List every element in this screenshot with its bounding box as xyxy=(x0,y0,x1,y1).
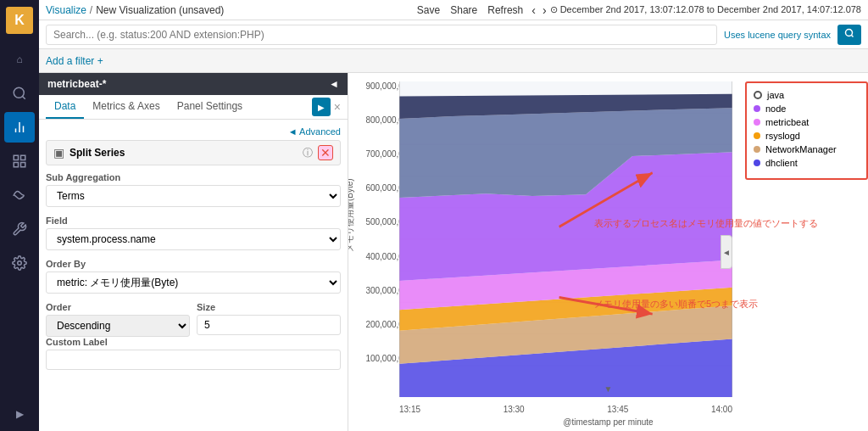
advanced-link-top[interactable]: Advanced xyxy=(46,126,341,137)
sidebar: K ⌂ ▶ xyxy=(0,0,39,431)
svg-rect-3 xyxy=(14,163,18,167)
sidebar-item-dashboard[interactable] xyxy=(4,146,35,176)
breadcrumb: Visualize / New Visualization (unsaved) xyxy=(46,4,224,16)
chart-svg xyxy=(399,81,732,397)
chart-svg-wrap xyxy=(399,81,732,397)
svg-point-0 xyxy=(14,87,24,98)
field-group: Field system.process.name xyxy=(46,216,341,250)
tab-actions: ▶ × xyxy=(312,95,341,119)
legend-dot-networkmanager xyxy=(754,146,760,153)
sidebar-item-home[interactable]: ⌂ xyxy=(4,44,35,75)
legend-item-dhclient[interactable]: dhclient xyxy=(754,158,860,168)
legend-item-networkmanager[interactable]: NetworkManager xyxy=(754,144,860,154)
legend-dot-dhclient xyxy=(754,160,760,166)
panel-content: Advanced ▣ Split Series ⓘ ✕ Sub Aggregat… xyxy=(39,120,348,376)
field-select[interactable]: system.process.name xyxy=(46,228,341,250)
order-by-group: Order By metric: メモリ使用量(Byte) xyxy=(46,259,341,294)
chart-container: ◄ 900,000,000 800,000,000 700,000,000 60… xyxy=(348,73,868,431)
split-series-title: Split Series xyxy=(70,147,298,159)
time-prev-button[interactable]: ‹ xyxy=(528,3,539,17)
x-axis: 13:15 13:30 13:45 14:00 xyxy=(399,405,732,414)
size-col: Size xyxy=(197,302,341,337)
share-button[interactable]: Share xyxy=(445,3,482,18)
panel-title: metricbeat-* xyxy=(47,78,106,90)
custom-label-input[interactable] xyxy=(46,350,341,370)
topbar: Visualize / New Visualization (unsaved) … xyxy=(39,0,868,20)
legend: java node metricbeat rsyslogd NetworkMan… xyxy=(745,81,868,180)
tab-data[interactable]: Data xyxy=(46,95,84,119)
time-next-button[interactable]: › xyxy=(539,3,550,17)
sidebar-item-timelion[interactable] xyxy=(4,180,35,210)
order-select-wrap: Descending xyxy=(46,315,190,337)
field-label: Field xyxy=(46,216,341,226)
save-button[interactable]: Save xyxy=(412,3,445,18)
split-series-section: ▣ Split Series ⓘ ✕ xyxy=(46,140,341,165)
order-by-label: Order By xyxy=(46,259,341,269)
svg-point-6 xyxy=(846,30,853,36)
searchbar: Uses lucene query syntax xyxy=(39,20,868,49)
panel-collapse-icon[interactable]: ◄ xyxy=(329,78,339,90)
legend-label-rsyslogd: rsyslogd xyxy=(765,131,800,141)
legend-item-java[interactable]: java xyxy=(754,90,860,100)
legend-dot-node xyxy=(754,105,760,112)
tab-close-button[interactable]: × xyxy=(334,100,341,114)
x-label-1: 13:30 xyxy=(504,405,525,414)
sidebar-item-discover[interactable] xyxy=(4,78,35,109)
legend-label-networkmanager: NetworkManager xyxy=(765,144,837,154)
panel-collapse-handle[interactable]: ◄ xyxy=(721,235,732,269)
legend-dot-metricbeat xyxy=(754,119,760,126)
scroll-down-indicator[interactable]: ▼ xyxy=(604,384,613,394)
svg-rect-2 xyxy=(21,155,25,160)
close-section-button[interactable]: ✕ xyxy=(318,145,333,160)
legend-dot-java xyxy=(754,91,762,99)
tabs-bar: Data Metrics & Axes Panel Settings ▶ × xyxy=(39,95,348,120)
legend-label-java: java xyxy=(767,90,784,100)
x-label-0: 13:15 xyxy=(399,405,420,414)
lucene-link[interactable]: Uses lucene query syntax xyxy=(724,30,831,40)
x-label-2: 13:45 xyxy=(607,405,628,414)
app-logo[interactable]: K xyxy=(6,7,33,34)
legend-item-rsyslogd[interactable]: rsyslogd xyxy=(754,131,860,141)
chart-area: ◄ 900,000,000 800,000,000 700,000,000 60… xyxy=(348,73,868,431)
panel-header-actions: ◄ xyxy=(329,78,339,90)
search-input[interactable] xyxy=(46,25,717,45)
sidebar-item-settings[interactable] xyxy=(4,248,35,278)
refresh-button[interactable]: Refresh xyxy=(482,3,528,18)
breadcrumb-separator: / xyxy=(90,4,92,16)
legend-item-metricbeat[interactable]: metricbeat xyxy=(754,117,860,127)
sidebar-item-play[interactable]: ▶ xyxy=(4,399,35,429)
toggle-icon[interactable]: ▣ xyxy=(53,146,64,160)
legend-label-node: node xyxy=(765,104,786,114)
add-filter-button[interactable]: Add a filter + xyxy=(46,55,103,67)
breadcrumb-parent[interactable]: Visualize xyxy=(46,4,86,16)
time-range: ⊙ December 2nd 2017, 13:07:12.078 to Dec… xyxy=(550,4,861,15)
tab-metrics-axes[interactable]: Metrics & Axes xyxy=(84,95,168,119)
tab-panel-settings[interactable]: Panel Settings xyxy=(169,95,251,119)
run-button[interactable]: ▶ xyxy=(312,98,331,116)
svg-rect-4 xyxy=(21,163,25,167)
svg-rect-1 xyxy=(14,155,18,160)
order-select[interactable]: Descending xyxy=(46,315,190,337)
x-axis-title: @timestamp per minute xyxy=(348,417,868,427)
sub-aggregation-select[interactable]: Terms xyxy=(46,185,341,207)
custom-label-label: Custom Label xyxy=(46,337,341,347)
panel-header: metricbeat-* ◄ xyxy=(39,73,348,95)
svg-point-5 xyxy=(18,261,22,266)
size-input[interactable] xyxy=(197,315,341,335)
legend-item-node[interactable]: node xyxy=(754,104,860,114)
x-label-3: 14:00 xyxy=(711,405,732,414)
order-by-select[interactable]: metric: メモリ使用量(Byte) xyxy=(46,271,341,294)
sidebar-item-visualize[interactable] xyxy=(4,112,35,143)
order-col: Order Descending xyxy=(46,302,190,337)
search-button[interactable] xyxy=(837,25,861,45)
order-label: Order xyxy=(46,302,190,312)
custom-label-group: Custom Label xyxy=(46,337,341,370)
size-label: Size xyxy=(197,302,341,312)
legend-dot-rsyslogd xyxy=(754,132,760,139)
legend-label-metricbeat: metricbeat xyxy=(765,117,809,127)
legend-label-dhclient: dhclient xyxy=(765,158,798,168)
sidebar-item-devtools[interactable] xyxy=(4,214,35,244)
filterbar: Add a filter + xyxy=(39,49,868,73)
info-icon[interactable]: ⓘ xyxy=(303,146,313,160)
sub-aggregation-group: Sub Aggregation Terms xyxy=(46,172,341,207)
